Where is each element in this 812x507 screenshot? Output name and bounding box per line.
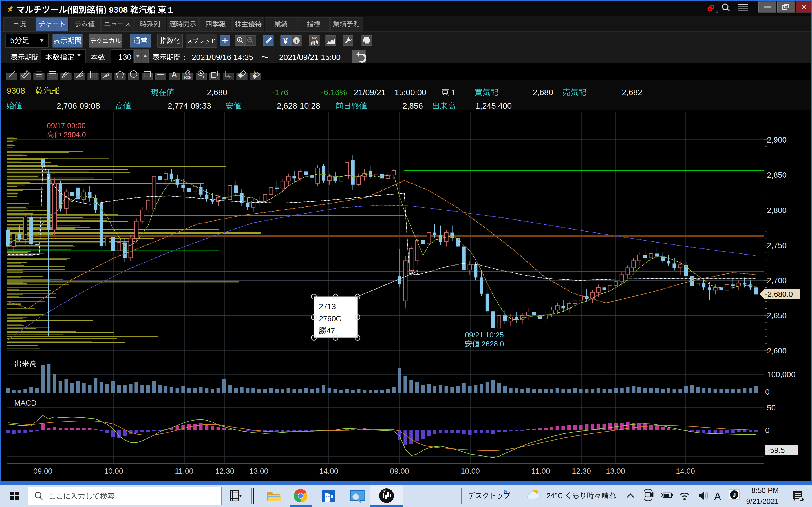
svg-text:12:30: 12:30 (215, 467, 234, 475)
svg-text:09:00: 09:00 (33, 467, 52, 475)
svg-text:2,774: 2,774 (167, 101, 188, 110)
svg-text:0: 0 (765, 426, 770, 435)
svg-text:21/09/21: 21/09/21 (354, 88, 386, 97)
svg-text:-176: -176 (272, 88, 289, 97)
svg-text:(: ( (67, 5, 70, 14)
svg-text:-59.5: -59.5 (767, 446, 785, 455)
svg-text:8:50 PM: 8:50 PM (751, 486, 779, 495)
svg-text:2,650: 2,650 (767, 311, 786, 320)
svg-text:2,680.0: 2,680.0 (767, 290, 793, 298)
svg-text:MACD: MACD (14, 399, 37, 407)
svg-text:2,628: 2,628 (276, 101, 297, 110)
svg-text:J: J (732, 492, 735, 498)
svg-text:A: A (171, 70, 177, 79)
svg-text:2,900: 2,900 (767, 135, 786, 144)
svg-text:09:08: 09:08 (80, 101, 100, 110)
svg-text:2,680: 2,680 (207, 88, 227, 97)
svg-text:10:00: 10:00 (461, 467, 480, 475)
svg-text:100,000: 100,000 (767, 370, 795, 379)
svg-text:13:00: 13:00 (249, 467, 268, 475)
svg-text:1: 1 (716, 9, 718, 14)
svg-text:MY: MY (312, 36, 317, 40)
svg-text:2,680: 2,680 (532, 88, 553, 97)
svg-text:-6.16%: -6.16% (321, 88, 347, 97)
svg-text:R: R (384, 490, 386, 493)
svg-text:14:00: 14:00 (319, 467, 338, 475)
svg-text:9/21/2021: 9/21/2021 (746, 497, 779, 506)
svg-text:2,800: 2,800 (767, 206, 786, 215)
svg-text:2713: 2713 (319, 302, 336, 311)
svg-text:2021/09/16 14:35: 2021/09/16 14:35 (192, 53, 253, 62)
svg-text:09:33: 09:33 (191, 101, 211, 110)
svg-text:50: 50 (767, 403, 776, 412)
svg-text:1: 1 (449, 88, 456, 97)
svg-text:9308: 9308 (7, 86, 25, 95)
svg-text:13:00: 13:00 (606, 467, 625, 475)
svg-text:１: １ (166, 5, 175, 14)
svg-text:2021/09/21 15:00: 2021/09/21 15:00 (279, 53, 341, 62)
svg-text:：: ： (181, 53, 188, 61)
svg-text:2760G: 2760G (319, 315, 342, 323)
svg-text:¥: ¥ (283, 37, 288, 45)
svg-text:2,600: 2,600 (767, 346, 786, 355)
svg-text:A: A (714, 491, 721, 502)
svg-text:2,750: 2,750 (767, 241, 786, 250)
svg-text:09/21 10:25: 09/21 10:25 (465, 331, 504, 339)
svg-text:2904.0: 2904.0 (61, 130, 86, 139)
svg-text:5: 5 (10, 36, 14, 45)
svg-text:14:00: 14:00 (676, 467, 695, 475)
svg-text:12:30: 12:30 (572, 467, 591, 475)
svg-text:11:00: 11:00 (175, 467, 193, 475)
svg-text:09:00: 09:00 (390, 467, 409, 475)
svg-text:2,682: 2,682 (622, 88, 642, 97)
svg-text:0: 0 (765, 388, 770, 396)
svg-text:12:00: 12:00 (324, 495, 331, 498)
svg-text:2,700: 2,700 (767, 276, 786, 285)
svg-text:2,706: 2,706 (56, 101, 77, 110)
svg-text:i: i (296, 38, 297, 44)
svg-text:130: 130 (118, 53, 132, 61)
svg-text:10:28: 10:28 (300, 101, 320, 110)
svg-text:10:00: 10:00 (104, 467, 123, 475)
svg-text:47: 47 (326, 327, 335, 335)
svg-text:2,850: 2,850 (767, 171, 786, 179)
svg-text:09/17 09:00: 09/17 09:00 (47, 121, 86, 130)
svg-text:11:00: 11:00 (531, 467, 550, 475)
svg-text:1,245,400: 1,245,400 (475, 101, 512, 110)
svg-text:»: » (504, 487, 507, 495)
svg-text:2,856: 2,856 (402, 101, 423, 110)
svg-text:ICON: ICON (185, 76, 192, 79)
svg-text:2628.0: 2628.0 (479, 340, 504, 348)
svg-text:15:00:00: 15:00:00 (395, 88, 426, 97)
svg-text:24°C: 24°C (546, 492, 565, 500)
svg-text:) 9308: ) 9308 (104, 5, 130, 14)
